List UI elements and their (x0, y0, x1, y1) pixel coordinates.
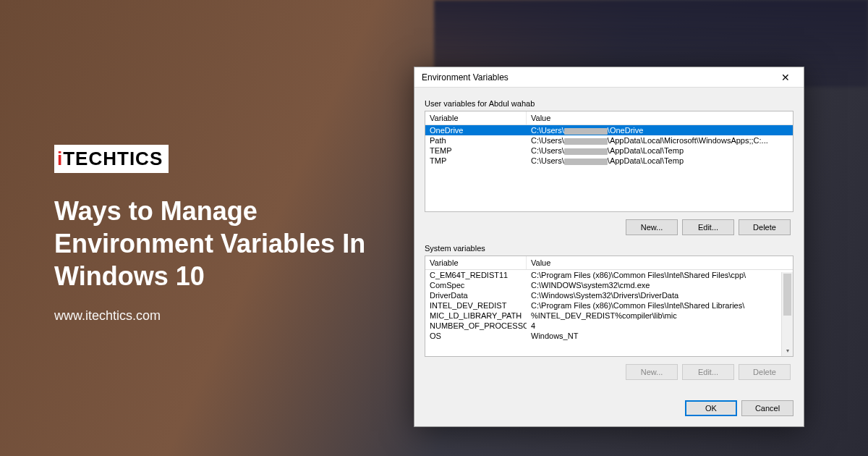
cell-variable: OneDrive (425, 125, 527, 135)
cell-value: C:\WINDOWS\system32\cmd.exe (527, 280, 781, 290)
scroll-down-icon[interactable]: ▾ (782, 345, 793, 356)
cell-value: C:\Users\\OneDrive (527, 125, 793, 135)
col-header-variable[interactable]: Variable (425, 256, 527, 269)
system-list-header[interactable]: Variable Value (425, 256, 793, 270)
table-row[interactable]: TMPC:\Users\\AppData\Local\Temp (425, 156, 793, 166)
scroll-thumb[interactable] (783, 274, 791, 316)
logo-letter-i: i (57, 148, 63, 169)
cell-value: C:\Windows\System32\Drivers\DriverData (527, 290, 781, 300)
table-row[interactable]: C_EM64T_REDIST11C:\Program Files (x86)\C… (425, 270, 781, 280)
system-delete-button[interactable]: Delete (739, 364, 791, 380)
table-row[interactable]: INTEL_DEV_REDISTC:\Program Files (x86)\C… (425, 300, 781, 311)
system-new-button[interactable]: New... (626, 364, 678, 380)
user-variables-label: User variables for Abdul wahab (425, 99, 793, 108)
cell-value: C:\Users\\AppData\Local\Temp (527, 156, 793, 166)
table-row[interactable]: DriverDataC:\Windows\System32\Drivers\Dr… (425, 290, 781, 300)
system-variables-list[interactable]: Variable Value C_EM64T_REDIST11C:\Progra… (425, 256, 793, 357)
system-scrollbar[interactable]: ▴ ▾ (781, 272, 793, 356)
cell-value: Windows_NT (527, 331, 781, 341)
cell-value: C:\Program Files (x86)\Common Files\Inte… (527, 300, 781, 311)
user-edit-button[interactable]: Edit... (682, 219, 734, 235)
cell-variable: ComSpec (425, 280, 527, 290)
col-header-variable[interactable]: Variable (425, 111, 527, 124)
table-row[interactable]: PathC:\Users\\AppData\Local\Microsoft\Wi… (425, 135, 793, 145)
cell-variable: INTEL_DEV_REDIST (425, 300, 527, 311)
headline: Ways to Manage Environment Variables In … (54, 195, 401, 292)
system-edit-button[interactable]: Edit... (682, 364, 734, 380)
dialog-titlebar[interactable]: Environment Variables ✕ (414, 67, 804, 88)
close-button[interactable]: ✕ (772, 69, 799, 86)
table-row[interactable]: TEMPC:\Users\\AppData\Local\Temp (425, 145, 793, 156)
cell-value: %INTEL_DEV_REDIST%compiler\lib\mic (527, 311, 781, 321)
cell-variable: OS (425, 331, 527, 341)
cancel-button[interactable]: Cancel (741, 400, 793, 416)
cell-variable: Path (425, 135, 527, 145)
table-row[interactable]: OneDriveC:\Users\\OneDrive (425, 125, 793, 135)
cell-variable: TEMP (425, 145, 527, 156)
user-list-header[interactable]: Variable Value (425, 111, 793, 125)
cell-value: C:\Users\\AppData\Local\Microsoft\Window… (527, 135, 793, 145)
dialog-title: Environment Variables (422, 72, 772, 83)
col-header-value[interactable]: Value (527, 111, 793, 124)
user-variables-list[interactable]: Variable Value OneDriveC:\Users\\OneDriv… (425, 111, 793, 212)
ok-button[interactable]: OK (685, 400, 737, 416)
table-row[interactable]: NUMBER_OF_PROCESSORS4 (425, 321, 781, 331)
logo-rest: TECHTICS (63, 148, 163, 169)
cell-variable: TMP (425, 156, 527, 166)
system-variables-label: System variables (425, 244, 793, 253)
user-delete-button[interactable]: Delete (739, 219, 791, 235)
table-row[interactable]: ComSpecC:\WINDOWS\system32\cmd.exe (425, 280, 781, 290)
col-header-value[interactable]: Value (527, 256, 793, 269)
logo: iTECHTICS (54, 145, 169, 173)
redacted-text (564, 159, 608, 165)
cell-value: 4 (527, 321, 781, 331)
table-row[interactable]: MIC_LD_LIBRARY_PATH%INTEL_DEV_REDIST%com… (425, 311, 781, 321)
close-icon: ✕ (781, 72, 790, 83)
redacted-text (564, 128, 608, 135)
cell-value: C:\Program Files (x86)\Common Files\Inte… (527, 270, 781, 280)
cell-variable: DriverData (425, 290, 527, 300)
promo-overlay: iTECHTICS Ways to Manage Environment Var… (54, 145, 401, 324)
env-variables-dialog: Environment Variables ✕ User variables f… (414, 67, 804, 427)
cell-variable: C_EM64T_REDIST11 (425, 270, 527, 280)
user-new-button[interactable]: New... (626, 219, 678, 235)
table-row[interactable]: OSWindows_NT (425, 331, 781, 341)
cell-value: C:\Users\\AppData\Local\Temp (527, 145, 793, 156)
redacted-text (564, 138, 608, 145)
site-url: www.itechtics.com (54, 308, 401, 324)
cell-variable: MIC_LD_LIBRARY_PATH (425, 311, 527, 321)
redacted-text (564, 148, 608, 155)
cell-variable: NUMBER_OF_PROCESSORS (425, 321, 527, 331)
